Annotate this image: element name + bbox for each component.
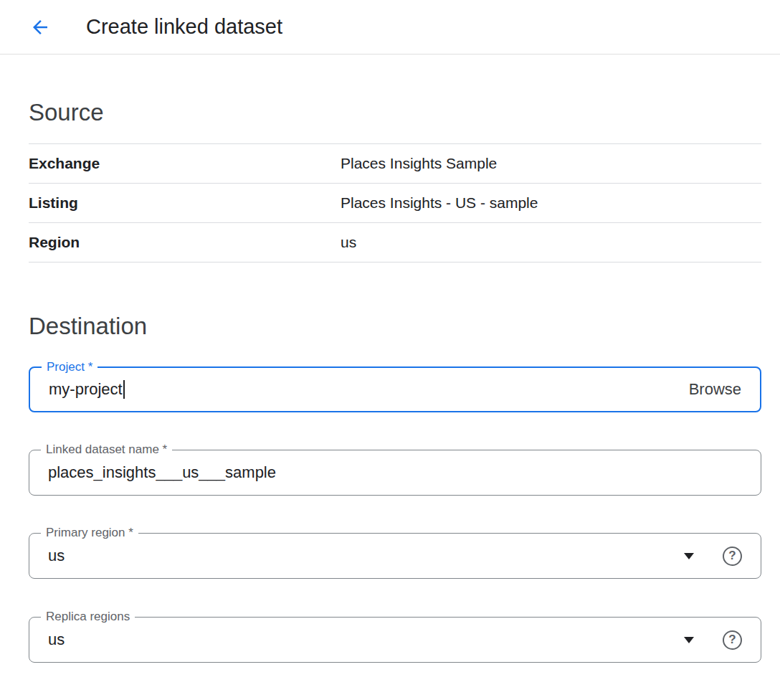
table-row-listing: Listing Places Insights - US - sample bbox=[29, 184, 761, 223]
project-input[interactable]: Project * my-project Browse bbox=[29, 366, 761, 412]
help-icon[interactable]: ? bbox=[723, 547, 742, 566]
row-value: Places Insights - US - sample bbox=[341, 194, 538, 212]
linked-dataset-name-input[interactable]: Linked dataset name * places_insights___… bbox=[29, 450, 761, 496]
replica-regions-field-label: Replica regions bbox=[41, 610, 135, 624]
browse-button[interactable]: Browse bbox=[689, 380, 741, 399]
help-icon[interactable]: ? bbox=[723, 630, 742, 650]
primary-region-field-label: Primary region * bbox=[41, 526, 138, 540]
replica-regions-selected-value: us bbox=[48, 630, 65, 649]
primary-region-select[interactable]: Primary region * us ? bbox=[29, 533, 761, 579]
row-label: Listing bbox=[29, 194, 341, 212]
dropdown-arrow-icon[interactable] bbox=[684, 637, 694, 643]
replica-regions-select[interactable]: Replica regions us ? bbox=[29, 617, 761, 663]
table-row-exchange: Exchange Places Insights Sample bbox=[29, 144, 761, 184]
project-field-label: Project * bbox=[42, 360, 98, 374]
destination-section-heading: Destination bbox=[29, 313, 761, 340]
dataset-name-field-value: places_insights___us___sample bbox=[48, 463, 276, 482]
page-title: Create linked dataset bbox=[86, 15, 282, 39]
source-table: Exchange Places Insights Sample Listing … bbox=[29, 143, 761, 262]
row-value: Places Insights Sample bbox=[341, 155, 497, 172]
arrow-back-icon bbox=[29, 16, 51, 38]
table-row-region: Region us bbox=[29, 223, 761, 262]
dropdown-arrow-icon[interactable] bbox=[684, 553, 694, 559]
content-area: Source Exchange Places Insights Sample L… bbox=[0, 99, 780, 663]
back-button[interactable] bbox=[24, 11, 56, 43]
primary-region-selected-value: us bbox=[48, 547, 65, 565]
source-section-heading: Source bbox=[29, 99, 761, 126]
row-value: us bbox=[341, 234, 356, 251]
row-label: Region bbox=[29, 234, 341, 251]
header-bar: Create linked dataset bbox=[0, 0, 780, 55]
row-label: Exchange bbox=[29, 155, 341, 172]
text-cursor bbox=[123, 380, 125, 399]
dataset-name-field-label: Linked dataset name * bbox=[41, 443, 172, 457]
create-linked-dataset-page: Create linked dataset Source Exchange Pl… bbox=[0, 0, 780, 700]
project-field-value: my-project bbox=[49, 380, 123, 399]
